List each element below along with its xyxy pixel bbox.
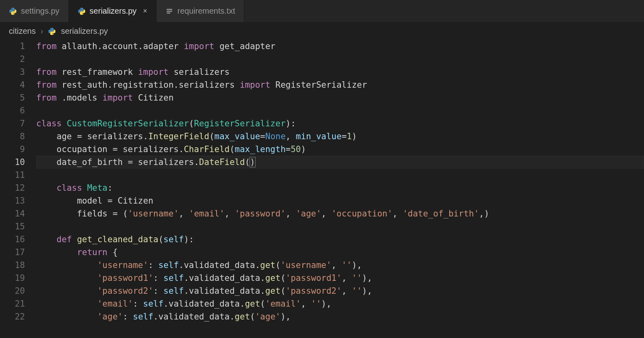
token: '': [311, 299, 321, 309]
chevron-right-icon: ›: [41, 27, 43, 36]
token: 'password1': [286, 273, 342, 283]
token: 'age': [296, 209, 321, 218]
code-line[interactable]: 19 'password1': self.validated_data.get(…: [0, 272, 644, 284]
breadcrumb-folder[interactable]: citizens: [9, 27, 36, 36]
code-content[interactable]: from .models import Citizen: [36, 91, 644, 104]
code-line[interactable]: 21 'email': self.validated_data.get('ema…: [0, 297, 644, 310]
token: age = serializers.: [57, 132, 149, 141]
breadcrumb-file[interactable]: serializers.py: [61, 27, 108, 36]
token: 'username': [128, 209, 179, 218]
token: RegisterSerializer: [194, 119, 286, 128]
close-icon[interactable]: ×: [143, 7, 147, 15]
token: ),: [352, 260, 362, 270]
token: (: [209, 132, 215, 141]
token: min_value: [296, 132, 342, 141]
code-content[interactable]: from allauth.account.adapter import get_…: [36, 40, 644, 53]
code-content[interactable]: 'age': self.validated_data.get('age'),: [36, 310, 644, 323]
token: :: [107, 183, 113, 193]
code-line[interactable]: 1from allauth.account.adapter import get…: [0, 40, 644, 53]
token: max_length: [235, 144, 285, 154]
code-line[interactable]: 7class CustomRegisterSerializer(Register…: [0, 117, 644, 130]
python-file-icon: [48, 27, 56, 35]
code-content[interactable]: 'password1': self.validated_data.get('pa…: [36, 272, 644, 284]
token: :: [153, 286, 163, 296]
token: ,: [286, 132, 296, 141]
token: return: [77, 247, 107, 257]
code-line[interactable]: 20 'password2': self.validated_data.get(…: [0, 284, 644, 297]
token: (: [260, 299, 265, 309]
token: 'email': [189, 209, 225, 218]
code-line[interactable]: 12 class Meta:: [0, 181, 644, 194]
code-line[interactable]: 10 date_of_birth = serializers.DateField…: [0, 156, 644, 169]
code-content[interactable]: model = Citizen: [36, 194, 644, 207]
code-content[interactable]: fields = ('username', 'email', 'password…: [36, 207, 644, 220]
token: 'username': [97, 260, 148, 270]
token: '': [352, 286, 362, 296]
code-content[interactable]: 'email': self.validated_data.get('email'…: [36, 297, 644, 310]
token: import: [102, 93, 138, 103]
token: (: [189, 119, 194, 128]
code-content[interactable]: occupation = serializers.CharField(max_l…: [36, 143, 644, 156]
code-line[interactable]: 13 model = Citizen: [0, 194, 644, 207]
token: class: [57, 183, 87, 193]
token: 1: [347, 132, 352, 141]
token: ),: [281, 312, 291, 322]
code-line[interactable]: 14 fields = ('username', 'email', 'passw…: [0, 207, 644, 220]
code-line[interactable]: 8 age = serializers.IntegerField(max_val…: [0, 130, 644, 143]
tab-settings-py[interactable]: settings.py: [0, 0, 69, 22]
code-line[interactable]: 3from rest_framework import serializers: [0, 66, 644, 78]
code-line[interactable]: 6: [0, 104, 644, 117]
code-content[interactable]: def get_cleaned_data(self):: [36, 233, 644, 246]
token: CustomRegisterSerializer: [67, 119, 189, 128]
code-line[interactable]: 18 'username': self.validated_data.get('…: [0, 259, 644, 272]
token: self: [163, 286, 184, 296]
code-content[interactable]: class CustomRegisterSerializer(RegisterS…: [36, 117, 644, 130]
code-content[interactable]: age = serializers.IntegerField(max_value…: [36, 130, 644, 143]
token: '': [352, 273, 362, 283]
token: .validated_data.: [163, 299, 245, 309]
token: get: [260, 260, 275, 270]
code-content[interactable]: from rest_auth.registration.serializers …: [36, 78, 644, 91]
token: ): [301, 144, 306, 154]
code-content[interactable]: return {: [36, 246, 644, 259]
code-line[interactable]: 17 return {: [0, 246, 644, 259]
token: ,: [392, 209, 402, 218]
tab-serializers-py[interactable]: serializers.py×: [69, 0, 157, 22]
code-line[interactable]: 11: [0, 169, 644, 181]
code-line[interactable]: 15: [0, 220, 644, 233]
breadcrumb[interactable]: citizens › serializers.py: [0, 23, 644, 40]
code-line[interactable]: 4from rest_auth.registration.serializers…: [0, 78, 644, 91]
code-content[interactable]: 'username': self.validated_data.get('use…: [36, 259, 644, 272]
token: get: [265, 273, 281, 283]
token: RegisterSerializer: [275, 80, 367, 90]
token: =: [342, 132, 347, 141]
svg-rect-1: [167, 10, 172, 11]
token: .models: [62, 93, 102, 103]
token: self: [133, 312, 153, 322]
token: date_of_birth = serializers.: [57, 157, 199, 167]
code-content[interactable]: 'password2': self.validated_data.get('pa…: [36, 284, 644, 297]
code-content[interactable]: class Meta:: [36, 181, 644, 194]
code-editor[interactable]: 1from allauth.account.adapter import get…: [0, 40, 644, 323]
token: (: [158, 235, 163, 244]
token: ),: [321, 299, 331, 309]
token: ):: [286, 119, 296, 128]
token: 'occupation': [331, 209, 392, 218]
token: ),: [362, 286, 372, 296]
code-line[interactable]: 22 'age': self.validated_data.get('age')…: [0, 310, 644, 323]
code-line[interactable]: 16 def get_cleaned_data(self):: [0, 233, 644, 246]
text-file-icon: [165, 7, 173, 15]
token: :: [123, 312, 133, 322]
code-line[interactable]: 5from .models import Citizen: [0, 91, 644, 104]
token: ,: [286, 209, 296, 218]
code-content[interactable]: from rest_framework import serializers: [36, 66, 644, 78]
code-line[interactable]: 9 occupation = serializers.CharField(max…: [0, 143, 644, 156]
code-line[interactable]: 2: [0, 53, 644, 66]
svg-rect-2: [167, 12, 170, 13]
token: ,: [342, 286, 352, 296]
tab-label: requirements.txt: [178, 6, 235, 16]
token: :: [133, 299, 143, 309]
code-content[interactable]: date_of_birth = serializers.DateField(): [36, 156, 644, 169]
tab-label: serializers.py: [90, 6, 137, 16]
tab-requirements-txt[interactable]: requirements.txt: [157, 0, 244, 22]
